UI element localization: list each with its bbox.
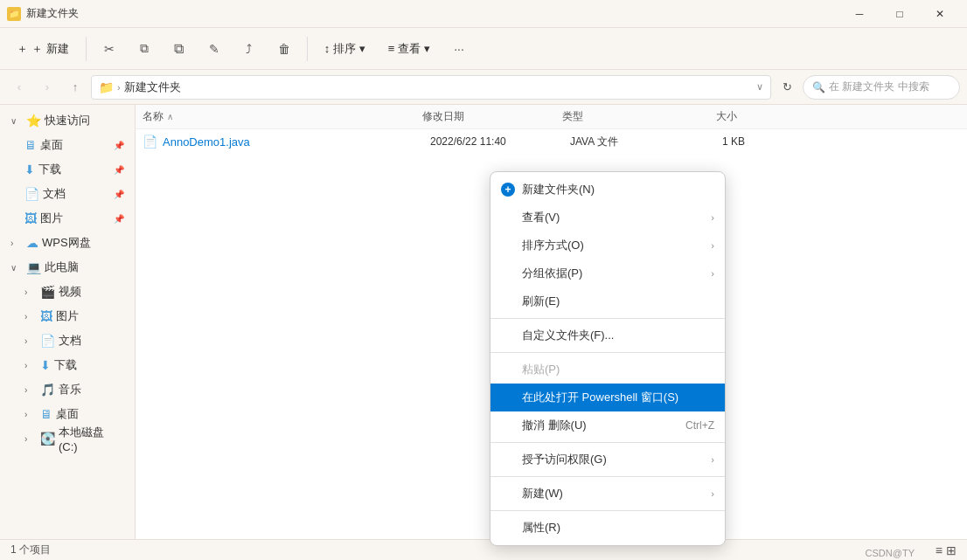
list-view-icon[interactable]: ≡ <box>936 543 943 557</box>
path-dropdown-icon: ∨ <box>756 81 763 93</box>
sidebar-label-pictures-pc: 图片 <box>56 308 124 324</box>
new-folder-icon: + <box>501 183 515 197</box>
ctx-access[interactable]: 授予访问权限(G) › <box>490 446 725 474</box>
sidebar-item-desktop-pc[interactable]: › 🖥 桌面 <box>3 402 131 426</box>
chevron-icon-music: › <box>24 385 37 395</box>
submenu-arrow4: › <box>711 454 714 465</box>
forward-button[interactable]: › <box>35 75 59 100</box>
ctx-separator1 <box>490 318 725 319</box>
disk-icon: 💽 <box>40 432 55 446</box>
col-name-header[interactable]: 名称 ∧ <box>143 109 422 124</box>
sidebar-item-local-disk[interactable]: › 💽 本地磁盘 (C:) <box>3 426 131 451</box>
ctx-sort-label: 排序方式(O) <box>522 238 704 253</box>
delete-button[interactable]: 🗑 <box>268 33 300 65</box>
ctx-new[interactable]: 新建(W) › <box>490 480 725 508</box>
desktop-pc-icon: 🖥 <box>40 407 52 421</box>
col-size-header[interactable]: 大小 <box>667 109 737 124</box>
ctx-group[interactable]: 分组依据(P) › <box>490 259 725 287</box>
downloads-icon: ⬇ <box>24 162 35 176</box>
sidebar-item-downloads[interactable]: ⬇ 下载 📌 <box>3 157 131 182</box>
window-title: 新建文件夹 <box>26 6 839 21</box>
pin-icon4: 📌 <box>114 214 124 224</box>
ctx-undo[interactable]: 撤消 删除(U) Ctrl+Z <box>490 411 725 439</box>
sidebar-label-videos: 视频 <box>59 284 124 300</box>
share-button[interactable]: ⤴ <box>233 33 265 65</box>
chevron-icon-pc: ∨ <box>10 263 23 273</box>
dl-pc-icon: ⬇ <box>40 358 51 372</box>
sidebar-item-documents[interactable]: 📄 文档 📌 <box>3 182 131 206</box>
ctx-undo-label: 撤消 删除(U) <box>522 418 678 433</box>
search-box[interactable]: 🔍 在 新建文件夹 中搜索 <box>803 75 960 100</box>
address-path[interactable]: 📁 › 新建文件夹 ∨ <box>91 75 771 100</box>
close-button[interactable]: ✕ <box>920 0 960 28</box>
sort-arrow: ∧ <box>167 112 173 121</box>
refresh-button[interactable]: ↻ <box>775 75 799 100</box>
ctx-customize[interactable]: 自定义文件夹(F)... <box>490 321 725 349</box>
java-file-icon: 📄 <box>143 135 157 149</box>
sort-button[interactable]: ↕ 排序 ▾ <box>315 33 375 65</box>
sidebar-item-music[interactable]: › 🎵 音乐 <box>3 377 131 402</box>
chevron-icon: ∨ <box>10 116 23 126</box>
ctx-sort[interactable]: 排序方式(O) › <box>490 232 725 259</box>
search-icon: 🔍 <box>812 81 825 93</box>
ctx-new-folder-label: 新建文件夹(N) <box>522 182 714 197</box>
ctx-powershell[interactable]: 在此处打开 Powershell 窗口(S) <box>490 384 725 411</box>
sidebar-label-desktop: 桌面 <box>40 137 110 153</box>
pictures-icon: 🖼 <box>24 211 37 225</box>
toolbar-separator2 <box>307 37 308 61</box>
new-button[interactable]: ＋ ＋ 新建 <box>7 33 79 65</box>
submenu-arrow: › <box>711 212 714 223</box>
grid-view-icon[interactable]: ⊞ <box>946 543 957 557</box>
pin-icon2: 📌 <box>114 165 124 175</box>
videos-icon: 🎬 <box>40 285 55 299</box>
sidebar-item-dl-pc[interactable]: › ⬇ 下载 <box>3 353 131 377</box>
main-area: ∨ ⭐ 快速访问 🖥 桌面 📌 ⬇ 下载 📌 📄 文档 📌 🖼 图片 📌 › ☁ <box>0 105 967 539</box>
ctx-refresh[interactable]: 刷新(E) <box>490 287 725 315</box>
back-button[interactable]: ‹ <box>7 75 31 100</box>
ctx-separator2 <box>490 352 725 353</box>
ctx-new-folder[interactable]: + 新建文件夹(N) <box>490 176 725 204</box>
col-date-header[interactable]: 修改日期 <box>422 109 562 124</box>
desktop-icon: 🖥 <box>24 138 37 152</box>
ctx-powershell-label: 在此处打开 Powershell 窗口(S) <box>522 390 714 405</box>
plus-icon: ＋ <box>17 41 28 57</box>
sidebar-label-local-disk: 本地磁盘 (C:) <box>59 425 124 453</box>
copy-button[interactable]: ⧉ <box>129 33 160 65</box>
ctx-properties[interactable]: 属性(R) <box>490 514 725 542</box>
toolbar: ＋ ＋ 新建 ✂ ⧉ ⧉ ✎ ⤴ 🗑 ↕ 排序 ▾ ≡ 查看 ▾ ··· <box>0 28 967 70</box>
maximize-button[interactable]: □ <box>880 0 920 28</box>
paste-button[interactable]: ⧉ <box>163 33 195 65</box>
chevron-icon-doc: › <box>24 336 37 346</box>
more-button[interactable]: ··· <box>443 33 475 65</box>
view-icon: ≡ <box>388 42 395 55</box>
ctx-access-label: 授予访问权限(G) <box>522 452 704 467</box>
ctx-view[interactable]: 查看(V) › <box>490 204 725 232</box>
wps-icon: ☁ <box>26 236 38 250</box>
sidebar-label-wps: WPS网盘 <box>42 235 124 251</box>
sidebar-item-wps[interactable]: › ☁ WPS网盘 <box>3 231 131 255</box>
sidebar-item-desktop[interactable]: 🖥 桌面 📌 <box>3 133 131 157</box>
ctx-separator4 <box>490 476 725 477</box>
sidebar-label-this-pc: 此电脑 <box>45 259 124 275</box>
file-size: 1 KB <box>675 135 745 148</box>
sidebar-item-docs-pc[interactable]: › 📄 文档 <box>3 328 131 353</box>
chevron-icon-wps: › <box>10 239 23 248</box>
view-button[interactable]: ≡ 查看 ▾ <box>379 33 440 65</box>
table-row[interactable]: 📄 AnnoDemo1.java 2022/6/22 11:40 JAVA 文件… <box>136 129 967 154</box>
rename-button[interactable]: ✎ <box>198 33 230 65</box>
minimize-button[interactable]: ─ <box>839 0 880 28</box>
up-button[interactable]: ↑ <box>63 75 87 100</box>
col-type-header[interactable]: 类型 <box>562 109 667 124</box>
address-bar: ‹ › ↑ 📁 › 新建文件夹 ∨ ↻ 🔍 在 新建文件夹 中搜索 <box>0 70 967 105</box>
file-name: AnnoDemo1.java <box>163 135 430 149</box>
title-bar: 📁 新建文件夹 ─ □ ✕ <box>0 0 967 28</box>
status-right: ≡ ⊞ <box>936 543 957 557</box>
ctx-paste-label: 粘贴(P) <box>522 362 714 377</box>
sidebar-item-pictures-pc[interactable]: › 🖼 图片 <box>3 304 131 328</box>
sidebar-item-quick-access[interactable]: ∨ ⭐ 快速访问 <box>3 108 131 133</box>
sidebar-item-videos[interactable]: › 🎬 视频 <box>3 280 131 304</box>
sidebar-item-this-pc[interactable]: ∨ 💻 此电脑 <box>3 255 131 280</box>
file-header: 名称 ∧ 修改日期 类型 大小 <box>136 105 967 129</box>
cut-button[interactable]: ✂ <box>94 33 125 65</box>
sidebar-item-pictures[interactable]: 🖼 图片 📌 <box>3 206 131 231</box>
